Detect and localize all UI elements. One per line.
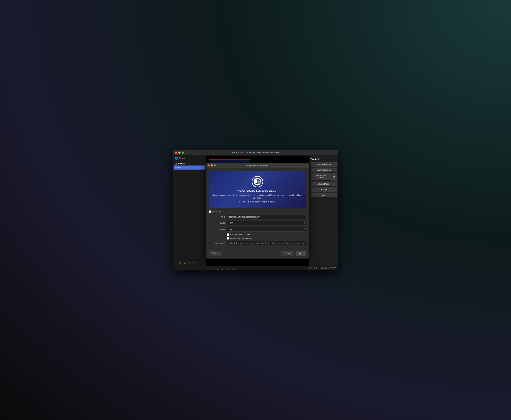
obs-welcome-screen: You've just added a browser source! Brow… [209, 171, 306, 208]
dialog-close-button[interactable] [208, 165, 210, 166]
delete-source-button[interactable]: 🗑 [211, 267, 215, 270]
settings-source-button[interactable]: ⚙ [216, 267, 220, 270]
control-audio-row: Control audio via OBS [209, 233, 306, 236]
sources-toolbar: + 🗑 ⚙ ∧ ∨ ⚙ ⋮ [206, 266, 309, 270]
ok-button[interactable]: OK [296, 251, 306, 255]
control-audio-checkbox[interactable] [227, 233, 229, 236]
custom-frame-rate-checkbox[interactable] [227, 237, 229, 240]
obs-welcome-text: You've just added a browser source! Brow… [213, 189, 302, 203]
sidebar: 🌐 Browser ⬚ Scenes Scene + 🗑 ⊞ ∧ ∨ [173, 156, 206, 266]
width-decrement[interactable]: ▼ [303, 223, 306, 225]
cpu-value: CPU: 2.4% [309, 267, 318, 269]
virtual-camera-row: Start Virtual Camera ⚙ [311, 173, 337, 181]
globe-icon: 🌐 [175, 157, 178, 160]
custom-css-input[interactable] [227, 241, 306, 245]
add-source-button[interactable]: + [207, 267, 211, 270]
width-label: Width [209, 222, 225, 224]
preview-area: + 🗑 ⚙ ∧ ∨ ⚙ ⋮ [206, 156, 309, 266]
local-file-label: Local File [212, 210, 221, 213]
start-recording-button[interactable]: Start Recording [311, 167, 337, 172]
height-row: Height ▲ ▼ [209, 227, 306, 232]
modal-overlay: Properties for 'Browser' [206, 156, 309, 266]
width-increment[interactable]: ▲ [303, 221, 306, 223]
maximize-button[interactable] [182, 151, 184, 154]
source-up-button[interactable]: ∧ [221, 267, 225, 270]
width-row: Width ▲ ▼ [209, 221, 306, 225]
dialog-body: You've just added a browser source! Brow… [206, 168, 309, 251]
start-virtual-camera-button[interactable]: Start Virtual Camera [311, 173, 331, 180]
custom-css-label: Custom CSS [209, 242, 225, 244]
custom-css-row: Custom CSS [209, 241, 306, 245]
url-label: URL [209, 216, 225, 218]
controls-panel: Controls Start Streaming Start Recording… [309, 156, 338, 266]
welcome-url-hint: Set the URL to the page you'd like to di… [213, 200, 302, 203]
scenes-icon: ⬚ [175, 162, 177, 165]
custom-frame-rate-row: Use custom frame rate [209, 237, 306, 240]
main-titlebar: OBS 30.2.3 - Profile: Untitled - Scenes:… [173, 150, 338, 156]
height-increment[interactable]: ▲ [303, 227, 306, 229]
dialog-footer: Defaults Cancel OK [206, 251, 309, 259]
sidebar-toolbar: + 🗑 ⊞ ∧ ∨ [173, 259, 206, 266]
dialog-minimize-button[interactable] [211, 165, 213, 166]
url-input[interactable] [227, 215, 306, 219]
scene-down-button[interactable]: ∨ [192, 261, 196, 265]
close-button[interactable] [175, 151, 177, 154]
height-label: Height [209, 228, 225, 230]
audio-mixer-button[interactable]: ⚙ [232, 267, 236, 270]
custom-frame-rate-label: Use custom frame rate [230, 237, 251, 240]
url-row: URL [209, 215, 306, 219]
local-file-row: Local File [209, 210, 306, 213]
scene-up-button[interactable]: ∧ [188, 261, 191, 265]
dialog-titlebar: Properties for 'Browser' [206, 163, 309, 168]
cpu-status: CPU: 2.4% [309, 267, 318, 269]
obs-logo-dialog [252, 176, 263, 188]
height-spinner: ▲ ▼ [227, 227, 306, 232]
control-audio-label: Control audio via OBS [230, 233, 251, 236]
scenes-section-header: ⬚ Scenes [173, 161, 206, 165]
scene-transitions-button[interactable]: ⋮ [237, 267, 241, 270]
fps-status: 60.00 / 60.00 FPS [321, 267, 336, 269]
scenes-label: Scenes [178, 162, 185, 165]
minimize-button[interactable] [178, 151, 181, 154]
dialog-action-buttons: Cancel OK [281, 251, 306, 255]
filter-scene-button[interactable]: ⊞ [183, 261, 187, 265]
properties-dialog: Properties for 'Browser' [206, 163, 309, 259]
dialog-maximize-button[interactable] [214, 165, 216, 166]
toolbar-separator [230, 268, 231, 270]
browser-label: Browser [179, 157, 186, 159]
defaults-button[interactable]: Defaults [209, 251, 222, 255]
width-spinner: ▲ ▼ [227, 221, 306, 225]
exit-button[interactable]: Exit [311, 193, 337, 197]
dialog-title: Properties for 'Browser' [246, 164, 269, 167]
start-streaming-button[interactable]: Start Streaming [311, 162, 337, 167]
add-scene-button[interactable]: + [174, 261, 178, 265]
dialog-traffic-lights [208, 165, 216, 166]
settings-button[interactable]: Settings [311, 187, 337, 192]
controls-title: Controls [311, 157, 337, 162]
width-input[interactable] [227, 221, 306, 225]
fps-value: 60.00 / 60.00 FPS [321, 267, 336, 269]
virtual-camera-settings-button[interactable]: ⚙ [331, 173, 337, 181]
dialog-preview-wrapper: You've just added a browser source! Brow… [209, 171, 306, 208]
sidebar-spacer [173, 170, 206, 259]
local-file-checkbox[interactable] [209, 210, 211, 213]
welcome-body: Browser sources let you display a webpag… [213, 194, 302, 199]
welcome-heading: You've just added a browser source! [213, 189, 302, 193]
dialog-preview: You've just added a browser source! Brow… [209, 171, 306, 208]
height-decrement[interactable]: ▼ [303, 229, 306, 231]
delete-scene-button[interactable]: 🗑 [178, 261, 182, 265]
main-window: OBS 30.2.3 - Profile: Untitled - Scenes:… [173, 150, 338, 270]
height-input[interactable] [227, 227, 306, 232]
source-down-button[interactable]: ∨ [225, 267, 229, 270]
scene-item-active[interactable]: Scene [174, 165, 205, 170]
sidebar-browser-item[interactable]: 🌐 Browser [173, 156, 206, 161]
studio-mode-button[interactable]: Studio Mode [311, 181, 337, 186]
cancel-button[interactable]: Cancel [281, 251, 294, 255]
traffic-lights [175, 151, 184, 154]
window-title: OBS 30.2.3 - Profile: Untitled - Scenes:… [232, 151, 279, 154]
